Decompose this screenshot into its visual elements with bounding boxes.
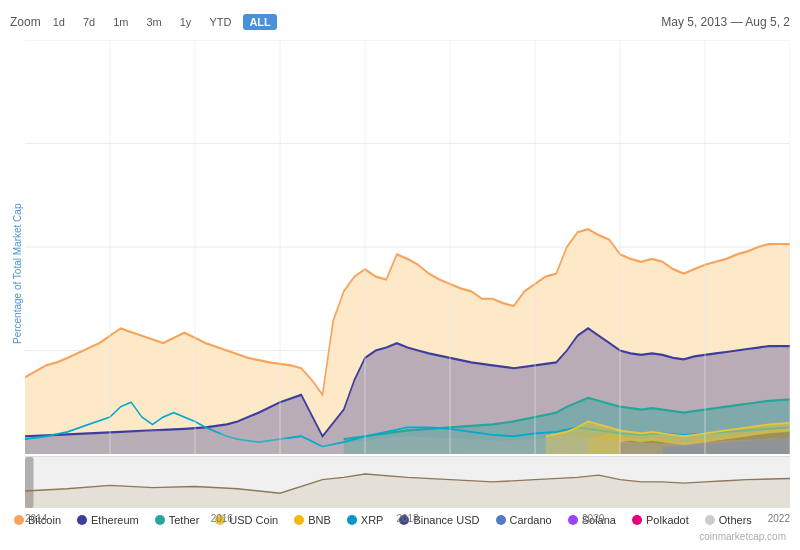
mini-x-2018: 2018	[396, 513, 418, 524]
toolbar: Zoom 1d 7d 1m 3m 1y YTD ALL May 5, 2013 …	[10, 8, 790, 36]
main-chart-svg: 100% 75% 50% 25% 0%	[25, 40, 790, 454]
zoom-1y[interactable]: 1y	[174, 14, 198, 30]
zoom-1m[interactable]: 1m	[107, 14, 134, 30]
mini-x-labels: 2014 2016 2018 2020 2022	[25, 512, 790, 525]
y-axis-label: Percentage of Total Market Cap	[10, 40, 25, 508]
mini-x-2020: 2020	[582, 513, 604, 524]
mini-x-2014: 2014	[25, 513, 47, 524]
mini-x-2022: 2022	[768, 513, 790, 524]
zoom-controls: Zoom 1d 7d 1m 3m 1y YTD ALL	[10, 14, 277, 30]
zoom-3m[interactable]: 3m	[140, 14, 167, 30]
zoom-1d[interactable]: 1d	[47, 14, 71, 30]
zoom-label: Zoom	[10, 15, 41, 29]
zoom-all[interactable]: ALL	[243, 14, 276, 30]
watermark-text: coinmarketcap.com	[699, 531, 786, 542]
chart-inner: 100% 75% 50% 25% 0%	[25, 40, 790, 508]
zoom-ytd[interactable]: YTD	[203, 14, 237, 30]
date-range: May 5, 2013 — Aug 5, 2	[661, 15, 790, 29]
chart-area: Percentage of Total Market Cap 100% 75% …	[10, 40, 790, 508]
main-chart: 100% 75% 50% 25% 0%	[25, 40, 790, 454]
main-container: Zoom 1d 7d 1m 3m 1y YTD ALL May 5, 2013 …	[0, 0, 800, 550]
bitcoin-dot	[14, 515, 24, 525]
mini-chart-svg	[25, 457, 790, 508]
mini-chart: 2014 2016 2018 2020 2022	[25, 456, 790, 508]
zoom-7d[interactable]: 7d	[77, 14, 101, 30]
mini-x-2016: 2016	[211, 513, 233, 524]
watermark-legend: coinmarketcap.com	[699, 530, 786, 542]
